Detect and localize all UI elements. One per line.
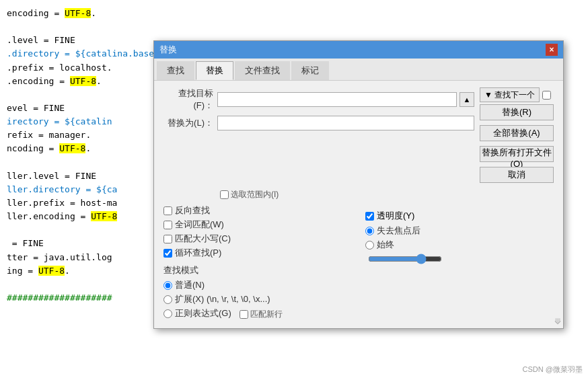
mode-section: 查找模式 普通(N) 扩展(X) (\n, \r, \t, \0, \x...)… <box>163 264 352 321</box>
transparency-always-radio[interactable] <box>365 241 374 250</box>
tab-mark[interactable]: 标记 <box>291 61 329 80</box>
find-select-wrap: GBK <box>217 92 457 107</box>
dialog-title: 替换 <box>159 44 177 56</box>
find-input[interactable]: GBK <box>217 92 457 107</box>
replace-select-wrap: UTF-8 <box>217 116 474 130</box>
dialog-body: 查找目标(F)： GBK ▲ 替换为(L)： UTF-8 <box>154 81 563 328</box>
replace-row: 替换为(L)： UTF-8 <box>163 116 474 130</box>
reverse-checkbox[interactable] <box>163 206 172 215</box>
transparency-on-blur-radio[interactable] <box>365 227 374 235</box>
replace-input-wrap: UTF-8 <box>217 116 474 130</box>
match-newline-label: 匹配新行 <box>250 309 283 320</box>
mode-normal-row: 普通(N) <box>163 279 352 291</box>
reverse-label: 反向查找 <box>175 204 210 217</box>
find-label: 查找目标(F)： <box>163 87 217 112</box>
dialog-tabs: 查找 替换 文件查找 标记 <box>154 59 563 81</box>
transparency-label: 透明度(Y) <box>377 210 414 222</box>
replace-input[interactable]: UTF-8 <box>217 116 474 130</box>
cancel-button[interactable]: 取消 <box>480 167 554 183</box>
tab-replace[interactable]: 替换 <box>196 61 233 80</box>
loop-row: 循环查找(P) <box>163 247 352 259</box>
reverse-row: 反向查找 <box>163 204 352 217</box>
loop-checkbox[interactable] <box>163 249 172 258</box>
transparency-on-blur-label: 失去焦点后 <box>377 225 420 237</box>
scope-label[interactable]: 选取范围内(I) <box>220 189 279 200</box>
find-input-wrap: GBK ▲ <box>217 92 474 107</box>
transparency-title: 透明度(Y) <box>365 210 554 222</box>
find-next-label: ▼ 查找下一个 <box>484 89 535 101</box>
code-line-2 <box>7 20 581 34</box>
scope-row: 选取范围内(I) <box>163 189 554 200</box>
watermark: CSDN @微菜羽墨 <box>523 365 583 375</box>
transparency-on-blur-row: 失去焦点后 <box>365 225 554 237</box>
mode-normal-label: 普通(N) <box>175 279 205 291</box>
find-up-arrow[interactable]: ▲ <box>460 92 474 107</box>
find-row: 查找目标(F)： GBK ▲ <box>163 87 474 112</box>
transparency-checkbox[interactable] <box>365 212 374 221</box>
match-case-label: 匹配大小写(C) <box>175 233 231 245</box>
replace-open-files-button[interactable]: 替换所有打开文件(O) <box>480 146 554 162</box>
replace-dialog: 替换 × 查找 替换 文件查找 标记 查找目标(F)： GBK ▲ <box>153 40 564 329</box>
find-next-checkbox[interactable] <box>542 91 551 100</box>
scope-checkbox[interactable] <box>220 190 229 199</box>
match-case-checkbox[interactable] <box>163 235 172 243</box>
whole-word-label: 全词匹配(W) <box>175 219 224 231</box>
transparency-slider[interactable] <box>368 254 442 264</box>
transparency-always-label: 始终 <box>377 239 394 251</box>
close-button[interactable]: × <box>546 44 558 56</box>
loop-label: 循环查找(P) <box>175 247 221 259</box>
find-next-dropdown-button[interactable]: ▼ 查找下一个 <box>480 87 540 102</box>
mode-regex-row: 正则表达式(G) <box>163 307 231 319</box>
whole-word-checkbox[interactable] <box>163 221 172 229</box>
match-newline-wrap: 匹配新行 <box>240 309 283 320</box>
transparency-always-row: 始终 <box>365 239 554 251</box>
middle-section: 反向查找 全词匹配(W) 匹配大小写(C) 循环查找(P) 查找模式 <box>163 204 554 321</box>
match-case-row: 匹配大小写(C) <box>163 233 352 245</box>
dialog-titlebar: 替换 × <box>154 41 563 59</box>
whole-word-row: 全词匹配(W) <box>163 219 352 231</box>
mode-extended-row: 扩展(X) (\n, \r, \t, \0, \x...) <box>163 293 352 305</box>
scope-text: 选取范围内(I) <box>231 189 279 200</box>
replace-all-button[interactable]: 全部替换(A) <box>480 125 554 141</box>
replace-label: 替换为(L)： <box>163 117 217 129</box>
mode-title: 查找模式 <box>163 264 352 276</box>
tab-file-find[interactable]: 文件查找 <box>235 61 290 80</box>
resize-handle[interactable]: ⟱ <box>554 317 561 326</box>
mode-regex-label: 正则表达式(G) <box>175 307 231 319</box>
mode-regex-radio[interactable] <box>163 309 172 318</box>
code-line-1: encoding = UTF-8. <box>7 7 581 20</box>
match-newline-checkbox[interactable] <box>240 310 248 319</box>
mode-extended-radio[interactable] <box>163 295 172 304</box>
left-options: 反向查找 全词匹配(W) 匹配大小写(C) 循环查找(P) 查找模式 <box>163 204 352 321</box>
mode-extended-label: 扩展(X) (\n, \r, \t, \0, \x...) <box>175 293 270 305</box>
tab-find[interactable]: 查找 <box>157 61 194 80</box>
right-options: 透明度(Y) 失去焦点后 始终 <box>359 204 554 321</box>
replace-button[interactable]: 替换(R) <box>480 104 554 120</box>
mode-normal-radio[interactable] <box>163 281 172 290</box>
slider-wrap <box>365 254 554 266</box>
transparency-section: 透明度(Y) 失去焦点后 始终 <box>365 210 554 266</box>
